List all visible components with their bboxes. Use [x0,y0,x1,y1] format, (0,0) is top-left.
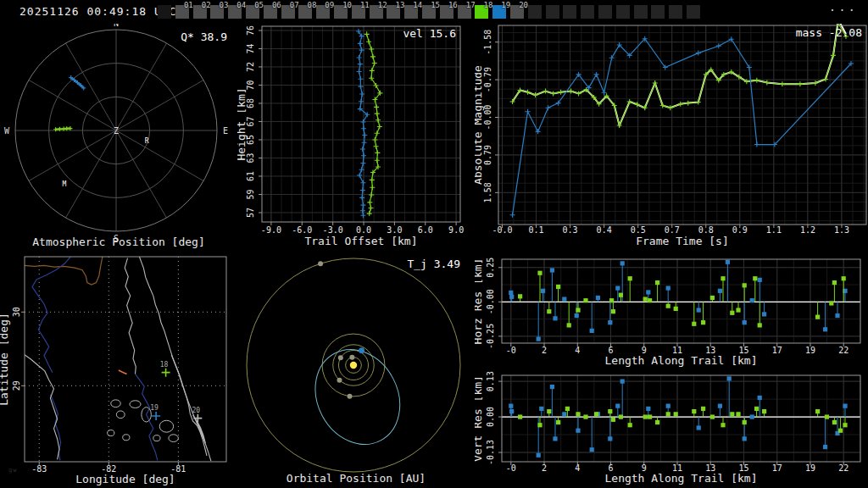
ground-marker-18: 18 [160,361,170,377]
svg-text:-0.25: -0.25 [486,324,495,349]
frame-thumb-blank[interactable] [616,5,630,19]
planet-dot [338,355,343,360]
svg-text:4: 4 [575,346,580,355]
light_curve-plot: -0.00.10.30.40.50.70.80.91.11.21.3-1.58-… [475,24,866,247]
frame-thumb-17[interactable]: 17 [458,5,471,19]
svg-text:30: 30 [12,307,21,317]
svg-text:0.00: 0.00 [486,407,495,427]
frame-thumb-13[interactable]: 13 [387,5,400,19]
svg-text:R: R [145,137,149,145]
frame-thumb-04[interactable]: 04 [228,5,242,19]
frame-thumb-09[interactable]: 09 [316,5,330,19]
frame-thumb-blank[interactable] [546,5,559,19]
svg-text:Height [km]: Height [km] [237,87,248,160]
panel-residuals: -024691113151719220.25-0.00-0.25Length A… [475,254,868,488]
svg-text:76: 76 [246,25,255,36]
frame-thumb-blank[interactable] [563,5,576,19]
svg-text:-3.0: -3.0 [323,225,343,235]
frame-thumb-07[interactable]: 07 [281,5,295,19]
frame-thumb-label: 05 [254,2,264,9]
atmospheric-position-chart: NESWZRMQ* 38.9Atmospheric Position [deg] [0,24,237,254]
svg-text:2: 2 [542,463,547,473]
trail-offset-chart: -9.0-6.0-3.00.03.06.09.05759616365676870… [237,24,475,254]
svg-text:57: 57 [246,208,255,218]
frame-thumb-05[interactable]: 05 [246,5,259,19]
svg-text:-0: -0 [506,346,516,355]
frame-thumb-blank[interactable] [598,5,612,19]
svg-text:Length Along Trail [km]: Length Along Trail [km] [604,472,757,485]
overflow-menu[interactable]: ... [829,0,858,14]
frame-thumb-blank[interactable] [651,5,665,19]
svg-text:-0.00: -0.00 [483,104,492,130]
svg-text:1.1: 1.1 [766,225,782,235]
frame-thumb-14[interactable]: 14 [404,5,418,19]
svg-text:3.0: 3.0 [387,225,402,235]
frame-thumb-blank[interactable] [158,5,171,19]
frame-thumb-label: 15 [431,2,440,9]
frame-thumb-01[interactable]: 01 [175,5,189,19]
svg-text:W: W [4,126,10,136]
frame-thumb-blank[interactable] [634,5,648,19]
panel-orbital-position: T_j 3.49Orbital Position [AU] [237,254,475,488]
frame-thumb-label: 14 [413,2,422,9]
frame-thumb-10[interactable]: 10 [334,5,348,19]
svg-text:74: 74 [246,43,255,53]
svg-text:0.25: 0.25 [486,258,495,278]
orbital-position-chart: T_j 3.49Orbital Position [AU] [237,254,475,488]
map-axes: -83-82-813029Longitude [deg]Latitude [de… [0,257,226,485]
svg-text:-1.58: -1.58 [483,30,492,55]
svg-text:-0.00: -0.00 [486,289,495,314]
svg-text:Atmospheric Position [deg]: Atmospheric Position [deg] [32,236,205,248]
planet-dot [337,378,342,383]
svg-text:2: 2 [542,346,547,355]
frame-thumb-02[interactable]: 02 [193,5,207,19]
frame-thumb-19[interactable]: 19 [492,5,506,19]
svg-text:0.5: 0.5 [631,225,646,235]
svg-text:vel 15.6: vel 15.6 [403,27,456,40]
frame-thumb-label: 07 [290,2,299,9]
frame-thumb-blank[interactable] [687,5,700,19]
atmospheric-polar: NESWZRMQ* 38.9Atmospheric Position [deg] [4,24,228,248]
svg-text:0.0: 0.0 [356,225,371,235]
svg-text:Horz Res [km]: Horz Res [km] [475,258,484,345]
svg-text:0.1: 0.1 [529,225,544,235]
frame-thumb-12[interactable]: 12 [370,5,383,19]
frame-thumb-18[interactable]: 18 [475,5,488,19]
frame-thumb-label: 19 [501,2,510,9]
watermark: gw [8,467,17,474]
svg-text:22: 22 [838,346,849,355]
svg-text:20: 20 [192,407,201,414]
frame-thumb-blank[interactable] [581,5,594,19]
vert_res-plot: -024691113151719220.130.00-0.13Length Al… [475,371,860,485]
frame-thumb-label: 04 [236,2,246,9]
frame-thumb-08[interactable]: 08 [298,5,312,19]
frame-thumb-20[interactable]: 20 [510,5,524,19]
svg-text:Trail Offset [km]: Trail Offset [km] [304,235,417,247]
svg-text:17: 17 [772,346,782,355]
svg-text:0.3: 0.3 [563,225,578,235]
frame-thumb-label: 09 [325,2,334,9]
frame-thumb-blank[interactable] [669,5,682,19]
svg-text:Orbital Position [AU]: Orbital Position [AU] [287,472,426,485]
frame-thumb-label: 13 [396,2,405,9]
app-root: 20251126 00:49:18 UTC 010203040506070809… [0,0,868,488]
svg-text:Frame Time [s]: Frame Time [s] [636,235,729,247]
frame-thumb-06[interactable]: 06 [264,5,277,19]
panel-trail-offset: -9.0-6.0-3.00.03.06.09.05759616365676870… [237,24,475,254]
residuals-charts: -024691113151719220.25-0.00-0.25Length A… [475,254,868,488]
frame-thumb-11[interactable]: 11 [352,5,365,19]
frame-thumb-03[interactable]: 03 [210,5,224,19]
series-lightcurve-green [510,24,849,128]
frame-thumb-label: 16 [448,2,458,9]
frame-thumb-15[interactable]: 15 [422,5,436,19]
frame-thumb-16[interactable]: 16 [440,5,453,19]
svg-text:22: 22 [838,463,849,473]
frame-thumb-label: 08 [308,2,317,9]
svg-text:59: 59 [246,189,255,199]
svg-text:19: 19 [150,404,159,412]
svg-text:N: N [114,24,119,28]
frame-thumb-label: 06 [272,2,281,9]
sun-dot [350,362,357,369]
frame-thumb-blank[interactable] [528,5,542,19]
svg-text:0.9: 0.9 [732,225,748,235]
